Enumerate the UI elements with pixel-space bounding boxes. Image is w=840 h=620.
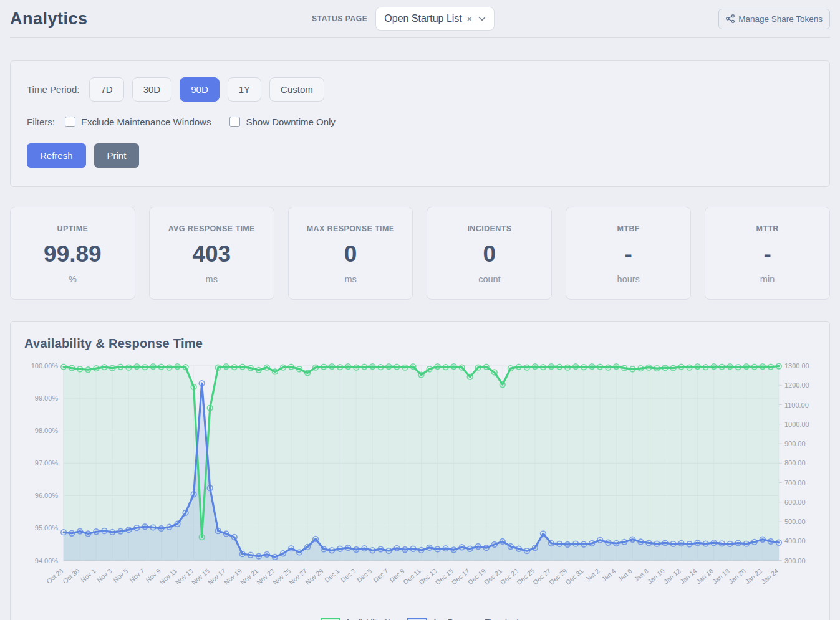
stat-card-mttr: MTTR - min — [705, 207, 830, 300]
stat-value: - — [571, 241, 685, 267]
stat-title: UPTIME — [16, 224, 130, 233]
svg-text:Nov 29: Nov 29 — [304, 567, 324, 586]
stat-value: 403 — [155, 241, 269, 267]
svg-text:Dec 21: Dec 21 — [483, 567, 503, 586]
status-page-label: STATUS PAGE — [312, 14, 367, 23]
svg-text:Dec 17: Dec 17 — [450, 567, 471, 586]
stat-title: MAX RESPONSE TIME — [294, 224, 408, 233]
svg-text:100.00%: 100.00% — [31, 362, 59, 370]
refresh-button[interactable]: Refresh — [27, 143, 86, 168]
stat-title: MTBF — [571, 224, 685, 233]
svg-text:Dec 25: Dec 25 — [515, 567, 536, 586]
show-downtime-label: Show Downtime Only — [246, 117, 335, 127]
show-downtime-checkbox[interactable] — [229, 117, 240, 127]
svg-text:300.00: 300.00 — [784, 557, 806, 565]
chevron-down-icon — [478, 16, 486, 21]
header: Analytics STATUS PAGE Open Startup List … — [10, 0, 830, 38]
svg-text:Nov 1: Nov 1 — [79, 567, 97, 584]
availability-chart-canvas: 100.00%99.00%98.00%97.00%96.00%95.00%94.… — [24, 356, 816, 618]
svg-text:Jan 6: Jan 6 — [616, 567, 634, 583]
stat-title: MTTR — [710, 224, 824, 233]
svg-text:Nov 15: Nov 15 — [190, 567, 211, 586]
time-period-1y-button[interactable]: 1Y — [228, 77, 261, 102]
svg-text:1200.00: 1200.00 — [784, 381, 809, 389]
time-period-custom-button[interactable]: Custom — [269, 77, 324, 102]
clear-selection-icon[interactable]: × — [466, 14, 473, 24]
svg-text:1000.00: 1000.00 — [784, 421, 809, 428]
exclude-maintenance-checkbox[interactable] — [65, 117, 75, 127]
legend-label: Availability % — [345, 618, 391, 620]
exclude-maintenance-label: Exclude Maintenance Windows — [81, 117, 211, 127]
stat-value: - — [710, 241, 824, 267]
svg-text:Oct 28: Oct 28 — [45, 567, 65, 585]
manage-share-tokens-button[interactable]: Manage Share Tokens — [718, 9, 830, 29]
time-period-row: Time Period: 7D 30D 90D 1Y Custom — [27, 77, 813, 102]
svg-text:Dec 31: Dec 31 — [564, 567, 584, 586]
svg-text:Jan 2: Jan 2 — [584, 567, 601, 583]
status-page-group: STATUS PAGE Open Startup List × — [312, 7, 495, 31]
svg-text:98.00%: 98.00% — [35, 427, 59, 434]
svg-text:Nov 7: Nov 7 — [128, 567, 146, 584]
status-page-selected-value: Open Startup List — [384, 13, 462, 24]
show-downtime-option[interactable]: Show Downtime Only — [229, 117, 335, 127]
svg-text:97.00%: 97.00% — [35, 459, 59, 467]
svg-text:Jan 24: Jan 24 — [760, 567, 780, 586]
stat-value: 0 — [432, 241, 546, 267]
print-button[interactable]: Print — [94, 143, 140, 168]
svg-text:Dec 1: Dec 1 — [323, 567, 341, 584]
chart-panel: Availability & Response Time 100.00%99.0… — [10, 321, 830, 620]
svg-text:Nov 3: Nov 3 — [95, 567, 113, 584]
stat-unit: hours — [571, 274, 685, 284]
manage-share-tokens-label: Manage Share Tokens — [738, 14, 823, 24]
share-icon — [726, 14, 735, 23]
svg-text:1100.00: 1100.00 — [784, 401, 809, 409]
time-period-90d-button[interactable]: 90D — [180, 77, 220, 102]
svg-text:Oct 30: Oct 30 — [61, 567, 81, 585]
svg-text:1300.00: 1300.00 — [784, 362, 809, 370]
exclude-maintenance-option[interactable]: Exclude Maintenance Windows — [65, 117, 211, 127]
svg-text:Dec 23: Dec 23 — [499, 567, 519, 586]
availability-swatch — [321, 618, 340, 620]
page: Analytics STATUS PAGE Open Startup List … — [0, 0, 840, 620]
svg-text:Jan 4: Jan 4 — [600, 567, 617, 583]
actions-row: Refresh Print — [27, 143, 813, 168]
svg-text:Nov 23: Nov 23 — [255, 567, 276, 586]
chart-title: Availability & Response Time — [24, 336, 816, 351]
svg-text:Dec 27: Dec 27 — [531, 567, 552, 586]
svg-text:Dec 7: Dec 7 — [372, 567, 390, 584]
svg-text:Jan 18: Jan 18 — [711, 567, 731, 586]
svg-text:500.00: 500.00 — [784, 518, 806, 525]
stat-unit: ms — [294, 274, 408, 284]
stat-unit: count — [432, 274, 546, 284]
svg-text:Jan 12: Jan 12 — [662, 567, 682, 586]
response-time-swatch — [407, 618, 427, 620]
stat-title: AVG RESPONSE TIME — [155, 224, 269, 233]
stat-card-uptime: UPTIME 99.89 % — [10, 207, 135, 300]
time-period-buttons: 7D 30D 90D 1Y Custom — [89, 77, 324, 102]
svg-text:96.00%: 96.00% — [35, 492, 59, 499]
svg-text:Nov 5: Nov 5 — [112, 567, 130, 584]
svg-text:Dec 19: Dec 19 — [466, 567, 487, 586]
stat-card-avg-response: AVG RESPONSE TIME 403 ms — [149, 207, 274, 300]
svg-text:Nov 17: Nov 17 — [206, 567, 227, 586]
svg-text:Dec 3: Dec 3 — [339, 567, 357, 584]
time-period-7d-button[interactable]: 7D — [89, 77, 123, 102]
stat-value: 99.89 — [16, 241, 130, 267]
svg-text:800.00: 800.00 — [784, 459, 806, 467]
status-page-select[interactable]: Open Startup List × — [375, 7, 494, 31]
svg-text:Nov 27: Nov 27 — [287, 567, 308, 586]
stat-unit: min — [710, 274, 824, 284]
svg-text:Jan 10: Jan 10 — [646, 567, 666, 586]
filter-panel: Time Period: 7D 30D 90D 1Y Custom Filter… — [10, 60, 830, 187]
time-period-label: Time Period: — [27, 84, 79, 95]
svg-text:600.00: 600.00 — [784, 498, 806, 506]
stat-unit: % — [16, 274, 130, 284]
legend-item-availability: Availability % — [321, 618, 391, 620]
svg-text:95.00%: 95.00% — [35, 524, 59, 532]
chart-legend: Availability % Avg Response Time (ms) — [24, 618, 816, 620]
svg-text:Nov 25: Nov 25 — [271, 567, 292, 586]
stat-unit: ms — [155, 274, 269, 284]
stat-card-max-response: MAX RESPONSE TIME 0 ms — [288, 207, 413, 300]
svg-text:Nov 13: Nov 13 — [174, 567, 195, 586]
time-period-30d-button[interactable]: 30D — [132, 77, 172, 102]
